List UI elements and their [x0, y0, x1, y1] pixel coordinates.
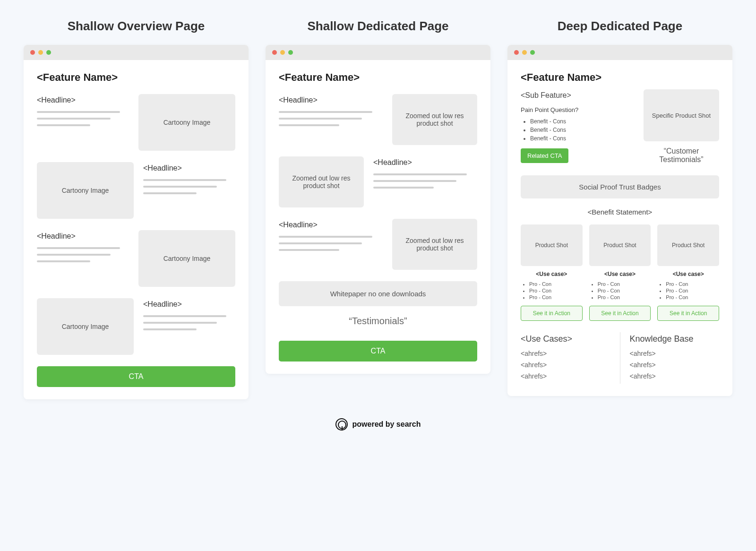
usecase-label: <Use case> [589, 271, 651, 277]
text-block: <Headline> [143, 298, 235, 335]
headline: <Headline> [373, 158, 477, 167]
text-line [143, 322, 217, 324]
see-it-button[interactable]: See it in Action [589, 306, 651, 321]
content-row: <Headline> Cartoony Image [37, 230, 235, 287]
page-body: <Feature Name> <Sub Feature> Pain Point … [507, 60, 732, 396]
headline: <Headline> [37, 96, 129, 104]
see-it-button[interactable]: See it in Action [521, 306, 583, 321]
cta-button[interactable]: CTA [37, 366, 235, 387]
feature-name: <Feature Name> [521, 71, 719, 84]
text-line [37, 260, 90, 262]
procon-item: Pro - Con [666, 288, 719, 293]
ahrefs-link[interactable]: <ahrefs> [630, 350, 720, 357]
product-shot: Product Shot [521, 224, 583, 266]
text-block: <Headline> [373, 156, 477, 193]
ahrefs-link[interactable]: <ahrefs> [630, 361, 720, 369]
content-row: <Headline> Zoomed out low res product sh… [279, 94, 477, 145]
cta-button[interactable]: CTA [279, 341, 477, 362]
column-shallow-overview: Shallow Overview Page <Feature Name> <He… [24, 19, 249, 399]
procon-list: Pro - Con Pro - Con Pro - Con [657, 281, 719, 301]
procon-list: Pro - Con Pro - Con Pro - Con [521, 281, 583, 301]
headline: <Headline> [279, 221, 383, 229]
see-it-button[interactable]: See it in Action [657, 306, 719, 321]
knowledgebase-column: Knowledge Base <ahrefs> <ahrefs> <ahrefs… [630, 332, 720, 384]
image-placeholder: Cartoony Image [138, 94, 235, 151]
content-row: <Headline> Zoomed out low res product sh… [279, 219, 477, 270]
content-row: <Headline> Cartoony Image [37, 298, 235, 355]
ahrefs-link[interactable]: <ahrefs> [521, 372, 610, 380]
usecase-label: <Use case> [521, 271, 583, 277]
column-title: Shallow Overview Page [24, 19, 249, 34]
product-card: Product Shot <Use case> Pro - Con Pro - … [657, 224, 719, 321]
benefit-item: Benefit - Cons [530, 118, 632, 125]
text-line [279, 242, 362, 244]
text-line [37, 118, 111, 120]
text-line [143, 328, 197, 330]
ahrefs-link[interactable]: <ahrefs> [521, 361, 610, 369]
image-placeholder: Cartoony Image [37, 298, 134, 355]
ahrefs-link[interactable]: <ahrefs> [630, 372, 720, 380]
fingerprint-icon [335, 418, 348, 430]
text-line [373, 173, 467, 175]
benefit-item: Benefit - Cons [530, 127, 632, 133]
maximize-icon [46, 50, 51, 55]
procon-list: Pro - Con Pro - Con Pro - Con [589, 281, 651, 301]
window-toolbar [507, 45, 732, 60]
headline: <Headline> [143, 164, 235, 172]
column-title: Shallow Dedicated Page [266, 19, 490, 34]
customer-testimonials: “Customer Testimonials” [644, 147, 719, 164]
page-body: <Feature Name> <Headline> Zoomed out low… [266, 60, 490, 374]
procon-item: Pro - Con [529, 281, 583, 287]
sub-feature: <Sub Feature> [521, 91, 632, 100]
procon-item: Pro - Con [529, 288, 583, 293]
usecases-column: <Use Cases> <ahrefs> <ahrefs> <ahrefs> [521, 332, 620, 384]
minimize-icon [280, 50, 285, 55]
headline: <Headline> [279, 96, 383, 104]
usecase-label: <Use case> [657, 271, 719, 277]
benefit-statement: <Benefit Statement> [521, 208, 719, 216]
minimize-icon [38, 50, 43, 55]
text-block: <Headline> [143, 162, 235, 199]
product-cards: Product Shot <Use case> Pro - Con Pro - … [521, 224, 719, 321]
column-deep-dedicated: Deep Dedicated Page <Feature Name> <Sub … [507, 19, 732, 399]
image-placeholder: Zoomed out low res product shot [279, 156, 364, 207]
product-shot: Product Shot [589, 224, 651, 266]
text-line [37, 247, 120, 249]
window-toolbar [266, 45, 490, 60]
procon-item: Pro - Con [598, 288, 651, 293]
text-line [143, 192, 197, 194]
text-line [279, 236, 372, 238]
browser-mockup: <Feature Name> <Headline> Zoomed out low… [266, 45, 490, 374]
image-placeholder: Zoomed out low res product shot [392, 219, 477, 270]
procon-item: Pro - Con [598, 281, 651, 287]
columns-container: Shallow Overview Page <Feature Name> <He… [24, 19, 732, 399]
hero-right: Specific Product Shot “Customer Testimon… [644, 89, 719, 164]
text-line [279, 118, 362, 120]
column-title: Deep Dedicated Page [507, 19, 732, 34]
text-line [373, 180, 456, 182]
content-row: <Headline> Zoomed out low res product sh… [279, 156, 477, 207]
text-block: <Sub Feature> Pain Point Question? Benef… [521, 89, 632, 163]
ahrefs-link[interactable]: <ahrefs> [521, 350, 610, 357]
text-block: <Headline> [279, 94, 383, 131]
image-placeholder: Zoomed out low res product shot [392, 94, 477, 145]
related-cta-button[interactable]: Related CTA [521, 148, 568, 163]
procon-item: Pro - Con [598, 294, 651, 300]
content-row: <Headline> Cartoony Image [37, 94, 235, 151]
whitepaper-banner: Whitepaper no one downloads [279, 281, 477, 306]
footer-text: powered by search [352, 420, 421, 429]
footer: powered by search [24, 418, 732, 430]
pain-point: Pain Point Question? [521, 106, 632, 113]
usecases-title: <Use Cases> [521, 334, 610, 344]
bottom-columns: <Use Cases> <ahrefs> <ahrefs> <ahrefs> K… [521, 332, 719, 384]
text-line [37, 111, 120, 113]
trust-badges-banner: Social Proof Trust Badges [521, 175, 719, 198]
text-block: <Headline> [37, 230, 129, 267]
text-line [279, 124, 339, 126]
headline: <Headline> [143, 300, 235, 309]
window-toolbar [24, 45, 249, 60]
text-line [37, 124, 90, 126]
feature-name: <Feature Name> [37, 71, 235, 84]
product-shot: Product Shot [657, 224, 719, 266]
product-card: Product Shot <Use case> Pro - Con Pro - … [589, 224, 651, 321]
